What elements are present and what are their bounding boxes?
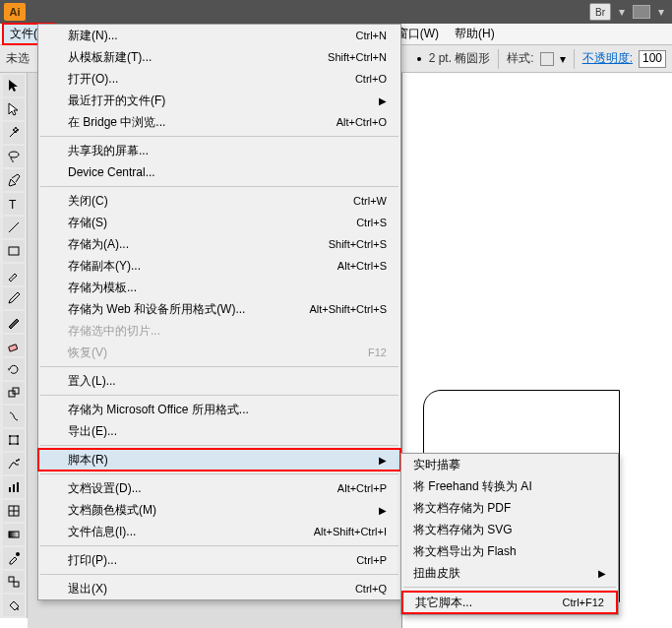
pencil-tool[interactable] bbox=[3, 287, 25, 309]
menu-item[interactable]: 恢复(V)F12 bbox=[38, 342, 400, 363]
menu-item[interactable]: 存储选中的切片... bbox=[38, 320, 400, 342]
blend-tool[interactable] bbox=[3, 571, 25, 593]
menu-item[interactable]: 最近打开的文件(F)▶ bbox=[38, 90, 400, 111]
menu-separator bbox=[40, 574, 398, 575]
style-swatch[interactable] bbox=[540, 52, 554, 66]
menu-item[interactable]: 存储为 Microsoft Office 所用格式... bbox=[38, 399, 400, 420]
menu-shortcut: Alt+Ctrl+P bbox=[337, 482, 387, 494]
menu-item-label: 文件信息(I)... bbox=[68, 524, 314, 540]
submenu-item-label: 实时描摹 bbox=[413, 457, 606, 473]
blob-brush-tool[interactable] bbox=[3, 311, 25, 333]
menu-item-label: 退出(X) bbox=[68, 581, 355, 597]
svg-text:T: T bbox=[9, 198, 17, 212]
opacity-label[interactable]: 不透明度: bbox=[582, 50, 633, 67]
submenu-item[interactable]: 将文档存储为 PDF bbox=[401, 497, 618, 519]
menu-item[interactable]: 置入(L)... bbox=[38, 370, 400, 392]
header-dropdown-icon-2[interactable]: ▾ bbox=[654, 5, 668, 19]
svg-point-13 bbox=[18, 459, 20, 461]
submenu-arrow-icon: ▶ bbox=[379, 455, 387, 466]
svg-rect-20 bbox=[9, 532, 19, 537]
svg-point-9 bbox=[17, 435, 19, 437]
svg-point-8 bbox=[9, 435, 11, 437]
type-tool[interactable]: T bbox=[3, 193, 25, 215]
menu-item[interactable]: 存储为 Web 和设备所用格式(W)...Alt+Shift+Ctrl+S bbox=[38, 298, 400, 320]
separator bbox=[574, 49, 575, 69]
selection-tool[interactable] bbox=[3, 75, 25, 96]
style-label: 样式: bbox=[507, 50, 533, 67]
menu-item[interactable]: 打印(P)...Ctrl+P bbox=[38, 549, 400, 571]
menu-help[interactable]: 帮助(H) bbox=[447, 23, 503, 45]
menu-item-label: 关闭(C) bbox=[68, 193, 353, 210]
menu-item[interactable]: 新建(N)...Ctrl+N bbox=[38, 25, 400, 46]
menu-item[interactable]: 文件信息(I)...Alt+Shift+Ctrl+I bbox=[38, 521, 400, 542]
submenu-arrow-icon: ▶ bbox=[379, 505, 387, 516]
stroke-value[interactable]: 2 pt. 椭圆形 bbox=[429, 50, 491, 67]
menu-item[interactable]: 打开(O)...Ctrl+O bbox=[38, 68, 400, 90]
mesh-tool[interactable] bbox=[3, 500, 25, 522]
menu-separator bbox=[40, 445, 398, 446]
menu-item-label: 存储(S) bbox=[68, 215, 356, 231]
menu-shortcut: Alt+Ctrl+S bbox=[337, 260, 387, 272]
svg-rect-22 bbox=[9, 577, 14, 582]
live-paint-bucket-tool[interactable] bbox=[3, 595, 25, 616]
menu-item[interactable]: 在 Bridge 中浏览...Alt+Ctrl+O bbox=[38, 111, 400, 133]
submenu-item[interactable]: 实时描摹 bbox=[401, 454, 618, 475]
header-dropdown-icon[interactable]: ▾ bbox=[615, 5, 629, 19]
svg-rect-4 bbox=[8, 345, 17, 351]
free-transform-tool[interactable] bbox=[3, 429, 25, 451]
menu-item[interactable]: 存储副本(Y)...Alt+Ctrl+S bbox=[38, 255, 400, 277]
submenu-item[interactable]: 将 Freehand 转换为 AI bbox=[401, 475, 618, 497]
gradient-tool[interactable] bbox=[3, 524, 25, 545]
lasso-tool[interactable] bbox=[3, 146, 25, 167]
submenu-item-label: 其它脚本... bbox=[415, 595, 563, 611]
bridge-button[interactable]: Br bbox=[589, 3, 611, 21]
menu-item-label: 导出(E)... bbox=[68, 423, 387, 440]
warp-tool[interactable] bbox=[3, 406, 25, 427]
workspace-switcher[interactable] bbox=[633, 5, 650, 19]
direct-selection-tool[interactable] bbox=[3, 98, 25, 120]
eyedropper-tool[interactable] bbox=[3, 547, 25, 569]
svg-point-12 bbox=[16, 460, 18, 462]
submenu-item[interactable]: 将文档存储为 SVG bbox=[401, 519, 618, 540]
separator bbox=[498, 49, 499, 69]
menu-item[interactable]: 关闭(C)Ctrl+W bbox=[38, 190, 400, 212]
menu-item[interactable]: 退出(X)Ctrl+Q bbox=[38, 578, 400, 599]
menu-item-label: 存储选中的切片... bbox=[68, 323, 387, 340]
submenu-arrow-icon: ▶ bbox=[379, 95, 387, 106]
menu-item[interactable]: Device Central... bbox=[38, 161, 400, 183]
svg-point-10 bbox=[9, 443, 11, 445]
line-tool[interactable] bbox=[3, 217, 25, 238]
magic-wand-tool[interactable] bbox=[3, 122, 25, 144]
scale-tool[interactable] bbox=[3, 382, 25, 404]
submenu-item[interactable]: 其它脚本...Ctrl+F12 bbox=[401, 591, 618, 614]
menu-item[interactable]: 脚本(R)▶ bbox=[38, 449, 400, 471]
opacity-value[interactable]: 100 bbox=[639, 50, 666, 68]
submenu-item-label: 将文档导出为 Flash bbox=[413, 543, 606, 560]
menu-item[interactable]: 文档设置(D)...Alt+Ctrl+P bbox=[38, 477, 400, 499]
menu-item[interactable]: 存储为模板... bbox=[38, 277, 400, 298]
menu-shortcut: Alt+Shift+Ctrl+S bbox=[309, 303, 387, 315]
eraser-tool[interactable] bbox=[3, 335, 25, 356]
menu-separator bbox=[40, 545, 398, 546]
submenu-item-label: 将文档存储为 SVG bbox=[413, 522, 606, 538]
paintbrush-tool[interactable] bbox=[3, 264, 25, 285]
rectangle-tool[interactable] bbox=[3, 240, 25, 262]
graph-tool[interactable] bbox=[3, 476, 25, 498]
submenu-item[interactable]: 扭曲皮肤▶ bbox=[401, 562, 618, 584]
pen-tool[interactable] bbox=[3, 169, 25, 191]
menu-shortcut: Ctrl+S bbox=[356, 217, 387, 228]
rotate-tool[interactable] bbox=[3, 358, 25, 380]
svg-rect-7 bbox=[10, 436, 18, 444]
menu-item[interactable]: 共享我的屏幕... bbox=[38, 140, 400, 161]
submenu-item-label: 扭曲皮肤 bbox=[413, 565, 598, 582]
menu-item[interactable]: 存储(S)Ctrl+S bbox=[38, 212, 400, 233]
menu-separator bbox=[40, 395, 398, 396]
submenu-item-label: 将 Freehand 转换为 AI bbox=[413, 478, 606, 495]
menu-item[interactable]: 存储为(A)...Shift+Ctrl+S bbox=[38, 233, 400, 255]
submenu-item[interactable]: 将文档导出为 Flash bbox=[401, 540, 618, 562]
symbol-sprayer-tool[interactable] bbox=[3, 453, 25, 474]
menu-item[interactable]: 从模板新建(T)...Shift+Ctrl+N bbox=[38, 46, 400, 68]
menu-item[interactable]: 导出(E)... bbox=[38, 420, 400, 442]
menu-item[interactable]: 文档颜色模式(M)▶ bbox=[38, 499, 400, 521]
menu-item-label: 文档设置(D)... bbox=[68, 480, 337, 497]
